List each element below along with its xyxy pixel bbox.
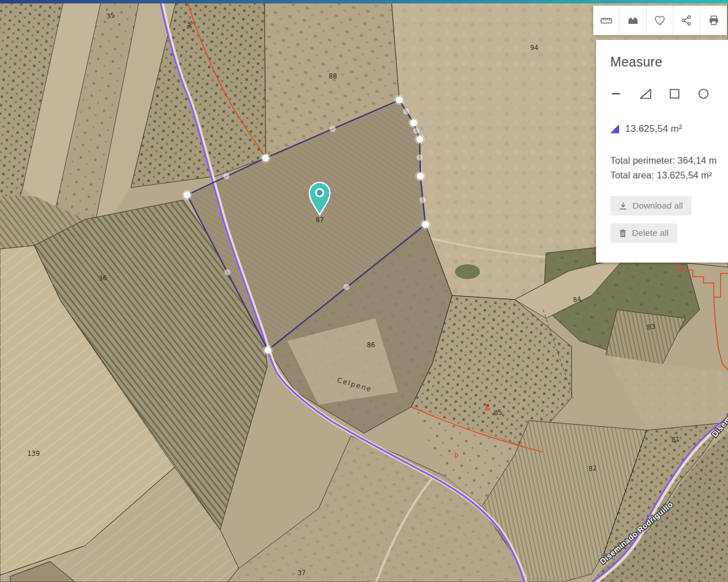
measure-tool-button[interactable] [593,6,620,35]
parcel-label: 84 [572,295,582,304]
parcel-label: 35 [106,11,115,20]
download-all-button[interactable]: Download all [610,196,692,215]
ruler-icon [600,14,613,27]
parcel-label: 82 [588,464,597,473]
subparcel-label: b [454,451,458,459]
polygon-tool-icon [639,88,652,100]
parcel-label: 88 [329,72,337,80]
delete-all-label: Delete all [632,228,669,238]
parcel-label: 36 [98,274,107,282]
share-button[interactable] [673,6,700,35]
parcel-label: 83 [646,322,655,331]
delete-all-button[interactable]: Delete all [610,223,677,243]
parcel-label: 94 [530,44,539,52]
circle-measure-tool[interactable] [697,88,710,100]
favorites-button[interactable] [647,6,673,35]
parcel-label: 96 [185,20,195,30]
total-area: Total area: 13.625,54 m² [610,168,728,182]
download-icon [619,202,627,210]
measure-tools-row [610,87,728,101]
measurement-value: 13.625,54 m² [625,123,682,135]
rectangle-tool-icon [669,89,680,99]
total-perimeter: Total perimeter: 364,14 m [610,153,728,168]
parcel-label: 86 [367,341,375,349]
measurement-list-item: 13.625,54 m² [610,123,728,135]
map-toolbar [593,6,727,35]
panel-title: Measure [610,55,728,70]
parcel-label: 139 [27,450,40,458]
parcel-label: 85 [493,408,502,417]
share-icon [680,14,693,27]
line-measure-tool[interactable] [610,88,623,100]
line-tool-icon [611,89,622,99]
printer-icon [708,14,720,27]
rectangle-measure-tool[interactable] [668,88,681,100]
polygon-measure-tool[interactable] [639,88,652,100]
polygon-area-icon [610,124,619,134]
measure-totals: Total perimeter: 364,14 m Total area: 13… [610,153,728,182]
download-all-label: Download all [632,201,683,211]
top-gradient-bar [0,0,728,3]
trash-icon [619,229,627,238]
elevation-chart-icon [627,14,639,27]
parcel-label: 37 [297,569,306,577]
parcel-label: 81 [671,435,680,444]
subparcel-label: a [485,405,489,412]
heart-icon [653,14,666,27]
elevation-profile-button[interactable] [620,6,647,35]
print-button[interactable] [700,6,727,35]
circle-tool-icon [698,88,709,99]
parcel-label: 87 [316,216,324,224]
measure-panel: Measure 13.625,54 m² Tota [596,40,728,263]
